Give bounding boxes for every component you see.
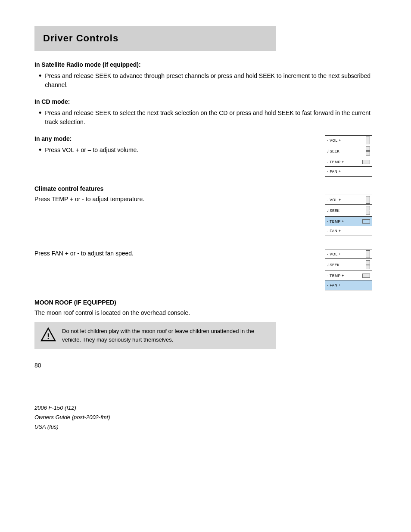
cd-mode-section: In CD mode: • Press and release SEEK to … bbox=[34, 98, 377, 127]
fan-text-col: Press FAN + or - to adjust fan speed. bbox=[34, 249, 316, 261]
any-mode-bullet: • Press VOL + or – to adjust volume. bbox=[34, 146, 316, 155]
satellite-radio-section: In Satellite Radio mode (if equipped): •… bbox=[34, 61, 377, 90]
seek-buttons-1 bbox=[366, 146, 370, 156]
control-diagram-1: - VOL + ♩ SEEK - TEMP + bbox=[325, 135, 377, 177]
temp-two-col: Press TEMP + or - to adjust temperature.… bbox=[34, 195, 377, 236]
page-number: 80 bbox=[34, 362, 377, 369]
seek-inner-2: ♩ SEEK bbox=[327, 206, 370, 215]
temp-row-2: - TEMP + bbox=[325, 217, 372, 226]
moon-roof-body: The moon roof control is located on the … bbox=[34, 308, 377, 317]
page-content: Driver Controls In Satellite Radio mode … bbox=[34, 26, 377, 432]
header-box: Driver Controls bbox=[34, 26, 276, 51]
climate-heading: Climate control features bbox=[34, 185, 377, 192]
seek-btn-dn-3 bbox=[366, 265, 370, 269]
footer-line1: 2006 F-150 (f12) bbox=[34, 403, 377, 413]
footer-line3: USA (fus) bbox=[34, 422, 377, 432]
seek-row-2: ♩ SEEK bbox=[325, 205, 372, 217]
temp-text: Press TEMP + or - to adjust temperature. bbox=[34, 195, 316, 204]
temp-label-3: - TEMP + bbox=[327, 274, 361, 278]
fan-row-1: - FAN + bbox=[325, 167, 372, 176]
any-mode-text-col: In any mode: • Press VOL + or – to adjus… bbox=[34, 135, 316, 159]
vol-row-3: - VOL + bbox=[325, 249, 372, 259]
any-mode-text: Press VOL + or – to adjust volume. bbox=[45, 146, 138, 155]
page-title: Driver Controls bbox=[43, 33, 267, 44]
seek-btn-dn-1 bbox=[366, 151, 370, 156]
vol-row-2: - VOL + bbox=[325, 195, 372, 205]
footer-line1-text: 2006 F-150 (f12) bbox=[34, 404, 76, 411]
control-diagram-2: - VOL + ♩ SEEK - TEMP + bbox=[325, 195, 377, 236]
bullet-dot-1: • bbox=[39, 72, 41, 81]
fan-two-col: Press FAN + or - to adjust fan speed. - … bbox=[34, 249, 377, 290]
moon-roof-section: MOON ROOF (IF EQUIPPED) The moon roof co… bbox=[34, 299, 377, 349]
vol-label-1: - VOL + bbox=[327, 138, 364, 143]
footer: 2006 F-150 (f12) Owners Guide (post-2002… bbox=[34, 403, 377, 432]
seek-row-1: ♩ SEEK bbox=[325, 145, 372, 157]
any-mode-section: In any mode: • Press VOL + or – to adjus… bbox=[34, 135, 377, 177]
fan-label-1: - FAN + bbox=[327, 169, 370, 174]
fan-text: Press FAN + or - to adjust fan speed. bbox=[34, 249, 316, 258]
seek-label-3: ♩ SEEK bbox=[327, 263, 366, 267]
control-panel-3: - VOL + ♩ SEEK - TEMP + bbox=[325, 249, 372, 290]
footer-line3-text: USA (fus) bbox=[34, 423, 59, 430]
vol-label-3: - VOL + bbox=[327, 252, 364, 256]
control-diagram-3: - VOL + ♩ SEEK - TEMP + bbox=[325, 249, 377, 290]
vol-row-1: - VOL + bbox=[325, 136, 372, 145]
temp-row-3: - TEMP + bbox=[325, 271, 372, 280]
temp-text-col: Press TEMP + or - to adjust temperature. bbox=[34, 195, 316, 206]
any-mode-two-col: In any mode: • Press VOL + or – to adjus… bbox=[34, 135, 377, 177]
vol-thumb-1 bbox=[366, 137, 370, 144]
satellite-radio-bullet: • Press and release SEEK to advance thro… bbox=[34, 72, 377, 90]
temp-thumb-3 bbox=[362, 274, 370, 278]
temp-thumb-1 bbox=[362, 160, 370, 164]
cd-mode-heading: In CD mode: bbox=[34, 98, 377, 105]
bullet-dot-3: • bbox=[39, 146, 41, 155]
warning-box: ! Do not let children play with the moon… bbox=[34, 322, 276, 349]
seek-label-2: ♩ SEEK bbox=[327, 208, 366, 213]
vol-thumb-2 bbox=[366, 196, 370, 204]
cd-mode-bullet: • Press and release SEEK to select the n… bbox=[34, 109, 377, 127]
seek-btn-dn-2 bbox=[366, 211, 370, 215]
seek-buttons-3 bbox=[366, 260, 370, 269]
fan-row-2: - FAN + bbox=[325, 226, 372, 236]
footer-line2: Owners Guide (post-2002-fmt) bbox=[34, 413, 377, 422]
temp-thumb-2 bbox=[362, 219, 370, 224]
any-mode-heading: In any mode: bbox=[34, 135, 316, 142]
warning-icon: ! bbox=[40, 327, 56, 342]
vol-thumb-3 bbox=[366, 250, 370, 258]
satellite-radio-heading: In Satellite Radio mode (if equipped): bbox=[34, 61, 377, 68]
warning-text: Do not let children play with the moon r… bbox=[62, 327, 270, 344]
seek-btn-up-2 bbox=[366, 206, 370, 210]
fan-label-2: - FAN + bbox=[327, 229, 370, 233]
control-panel-1: - VOL + ♩ SEEK - TEMP + bbox=[325, 135, 372, 177]
temp-row-1: - TEMP + bbox=[325, 157, 372, 167]
bullet-dot-2: • bbox=[39, 109, 41, 118]
svg-text:!: ! bbox=[47, 332, 50, 341]
seek-buttons-2 bbox=[366, 206, 370, 215]
vol-label-2: - VOL + bbox=[327, 198, 364, 202]
seek-inner-3: ♩ SEEK bbox=[327, 260, 370, 269]
seek-row-3: ♩ SEEK bbox=[325, 259, 372, 271]
satellite-radio-text: Press and release SEEK to advance throug… bbox=[45, 72, 377, 90]
seek-btn-up-3 bbox=[366, 260, 370, 264]
fan-row-3: - FAN + bbox=[325, 280, 372, 290]
moon-roof-heading: MOON ROOF (IF EQUIPPED) bbox=[34, 299, 377, 306]
seek-inner-1: ♩ SEEK bbox=[327, 146, 370, 156]
temp-label-2: - TEMP + bbox=[327, 219, 361, 224]
footer-line2-text: Owners Guide (post-2002-fmt) bbox=[34, 414, 110, 420]
seek-label-1: ♩ SEEK bbox=[327, 149, 366, 153]
temp-label-1: - TEMP + bbox=[327, 160, 361, 164]
control-panel-2: - VOL + ♩ SEEK - TEMP + bbox=[325, 195, 372, 236]
cd-mode-text: Press and release SEEK to select the nex… bbox=[45, 109, 377, 127]
climate-section: Climate control features Press TEMP + or… bbox=[34, 185, 377, 290]
seek-btn-up-1 bbox=[366, 146, 370, 151]
fan-label-3: - FAN + bbox=[327, 283, 370, 287]
